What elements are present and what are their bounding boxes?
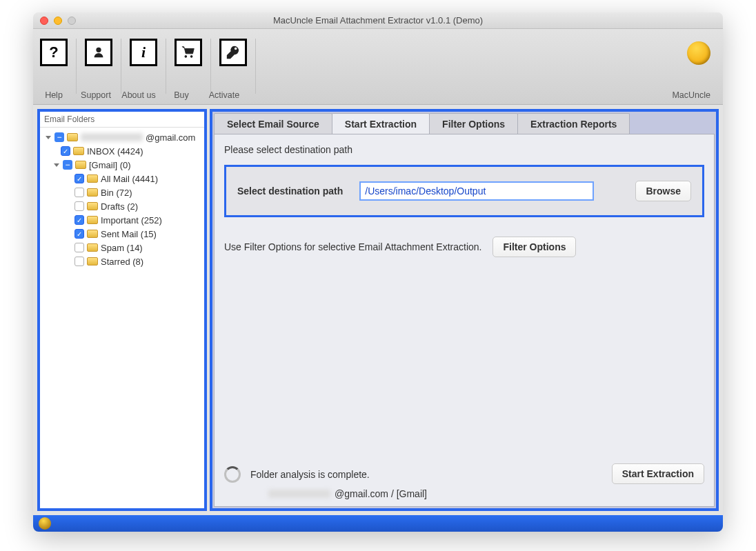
statusbar xyxy=(33,515,723,532)
tab-start-extraction[interactable]: Start Extraction xyxy=(332,113,430,134)
folder-label: All Mail (4441) xyxy=(101,174,158,184)
checkbox-icon[interactable] xyxy=(61,146,70,156)
tree-row-gmail[interactable]: − [Gmail] (0) xyxy=(41,158,203,172)
cart-icon xyxy=(175,39,202,66)
panel-heading: Please select destination path xyxy=(224,144,704,155)
toolbar-labels: Help Support About us Buy Activate xyxy=(33,90,723,100)
separator xyxy=(166,39,166,94)
content-area: Email Folders − xxxxxxxxx @gmail.com INB… xyxy=(33,105,723,515)
filter-hint-row: Use Filter Options for selective Email A… xyxy=(224,237,704,257)
folder-label: Bin (72) xyxy=(101,188,132,198)
toolbar-label: Support xyxy=(74,90,117,100)
app-icon xyxy=(39,517,51,530)
checkbox-indeterminate-icon[interactable]: − xyxy=(63,160,72,170)
folder-label: Drafts (2) xyxy=(101,201,138,212)
folder-icon xyxy=(87,188,98,197)
spinner-icon xyxy=(224,466,241,483)
toolbar-label: Buy xyxy=(160,90,203,100)
folder-label: Spam (14) xyxy=(101,243,143,253)
redacted-text: xxxxxxxxx xyxy=(81,133,143,141)
checkbox-icon[interactable] xyxy=(74,174,84,183)
checkbox-indeterminate-icon[interactable]: − xyxy=(54,132,64,142)
tab-select-email-source[interactable]: Select Email Source xyxy=(214,113,332,134)
folder-label: Sent Mail (15) xyxy=(101,229,157,239)
tab-bar: Select Email Source Start Extraction Fil… xyxy=(214,113,715,134)
folder-icon xyxy=(87,243,98,252)
folder-icon xyxy=(67,133,78,141)
folder-label: Starred (8) xyxy=(101,257,143,267)
tab-panel-start-extraction: Please select destination path Select de… xyxy=(214,134,715,507)
separator xyxy=(255,39,256,94)
folder-icon xyxy=(73,147,84,155)
tab-filter-options[interactable]: Filter Options xyxy=(429,113,518,134)
checkbox-icon[interactable] xyxy=(74,257,84,266)
email-folders-sidebar: Email Folders − xxxxxxxxx @gmail.com INB… xyxy=(37,109,207,511)
toolbar-label: Activate xyxy=(203,90,246,100)
folder-icon xyxy=(87,216,98,224)
key-icon xyxy=(219,39,247,66)
brand-label: MacUncle xyxy=(672,90,710,100)
filter-options-button[interactable]: Filter Options xyxy=(493,237,576,257)
account-suffix: @gmail.com xyxy=(146,132,195,143)
toolbar-support-button[interactable] xyxy=(78,39,119,94)
titlebar: MacUncle Email Attachment Extractor v1.0… xyxy=(33,12,723,29)
tree-row[interactable]: Starred (8) xyxy=(41,254,203,268)
folder-icon xyxy=(87,230,98,238)
person-icon xyxy=(85,39,112,66)
chevron-down-icon[interactable] xyxy=(46,136,51,139)
separator xyxy=(121,39,121,94)
folder-icon xyxy=(87,174,98,183)
main-panel: Select Email Source Start Extraction Fil… xyxy=(210,109,719,511)
tree-row[interactable]: Drafts (2) xyxy=(41,199,203,213)
chevron-down-icon[interactable] xyxy=(54,163,59,167)
brand-logo-icon xyxy=(687,41,710,65)
tree-row[interactable]: Bin (72) xyxy=(41,186,203,199)
folder-label: Important (252) xyxy=(101,215,162,226)
folder-tree: − xxxxxxxxx @gmail.com INBOX (4424) − [G… xyxy=(40,128,204,271)
status-text: Folder analysis is complete. xyxy=(250,469,370,480)
status-path-text: @gmail.com / [Gmail] xyxy=(335,488,427,499)
checkbox-icon[interactable] xyxy=(74,229,84,239)
folder-icon xyxy=(87,202,98,210)
app-window: MacUncle Email Attachment Extractor v1.0… xyxy=(33,12,723,532)
tree-account-row[interactable]: − xxxxxxxxx @gmail.com xyxy=(41,130,203,144)
tree-row[interactable]: Sent Mail (15) xyxy=(41,227,203,241)
checkbox-icon[interactable] xyxy=(74,201,84,211)
folder-label: INBOX (4424) xyxy=(87,146,143,157)
checkbox-icon[interactable] xyxy=(74,215,84,225)
toolbar-label: Help xyxy=(33,90,74,100)
question-icon: ? xyxy=(40,39,68,66)
status-area: Folder analysis is complete. Start Extra… xyxy=(224,466,704,499)
toolbar: ? i Help Support About us Buy Activate M… xyxy=(33,29,723,105)
folder-icon xyxy=(87,257,98,266)
toolbar-activate-button[interactable] xyxy=(212,39,254,94)
window-title: MacUncle Email Attachment Extractor v1.0… xyxy=(33,15,723,26)
filter-hint-text: Use Filter Options for selective Email A… xyxy=(224,241,481,252)
sidebar-header: Email Folders xyxy=(40,112,204,128)
tree-row[interactable]: Spam (14) xyxy=(41,241,203,254)
toolbar-about-button[interactable]: i xyxy=(123,39,164,94)
separator xyxy=(76,39,77,94)
toolbar-help-button[interactable]: ? xyxy=(33,39,74,94)
checkbox-icon[interactable] xyxy=(74,243,84,252)
checkbox-icon[interactable] xyxy=(74,188,84,197)
destination-path-input[interactable] xyxy=(359,181,594,201)
folder-icon xyxy=(75,161,86,169)
tree-row[interactable]: All Mail (4441) xyxy=(41,172,203,186)
browse-button[interactable]: Browse xyxy=(635,181,691,201)
tree-row[interactable]: Important (252) xyxy=(41,213,203,227)
info-icon: i xyxy=(130,39,157,66)
destination-label: Select destination path xyxy=(237,186,343,197)
toolbar-buy-button[interactable] xyxy=(168,39,209,94)
redacted-text: xxxxxxxxx xyxy=(268,490,330,498)
tab-extraction-reports[interactable]: Extraction Reports xyxy=(517,113,630,134)
tree-row-inbox[interactable]: INBOX (4424) xyxy=(41,144,203,158)
toolbar-label: About us xyxy=(117,90,160,100)
destination-box: Select destination path Browse xyxy=(224,165,704,217)
start-extraction-button[interactable]: Start Extraction xyxy=(612,463,704,484)
separator xyxy=(210,39,211,94)
folder-label: [Gmail] (0) xyxy=(89,160,131,170)
